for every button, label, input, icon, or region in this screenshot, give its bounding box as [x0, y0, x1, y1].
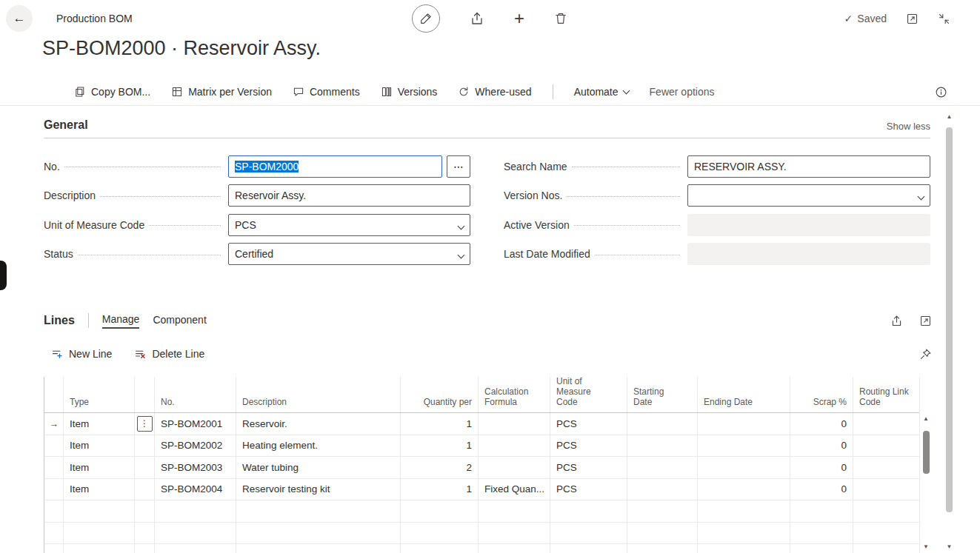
cell-routing-link-code[interactable]: [853, 413, 920, 435]
cell-empty[interactable]: [698, 500, 790, 522]
cell-routing-link-code[interactable]: [853, 479, 920, 500]
cell-uom[interactable]: PCS: [550, 435, 627, 457]
scroll-up-icon[interactable]: ▲: [944, 111, 955, 123]
cell-empty[interactable]: [790, 544, 853, 553]
cell-empty[interactable]: [698, 523, 790, 544]
search-name-input[interactable]: RESERVOIR ASSY.: [687, 155, 930, 178]
cell-no[interactable]: SP-BOM2002: [155, 435, 236, 457]
cell-empty[interactable]: [853, 523, 920, 544]
info-button[interactable]: [935, 86, 947, 98]
cell-uom[interactable]: PCS: [550, 479, 627, 500]
cell-empty[interactable]: [550, 500, 627, 522]
page-scrollbar[interactable]: ▲ ▼: [944, 111, 955, 553]
cell-empty[interactable]: [401, 500, 479, 522]
action-automate[interactable]: Automate: [574, 86, 629, 98]
pin-button[interactable]: [919, 348, 932, 361]
lines-share-button[interactable]: [890, 315, 903, 327]
action-comments[interactable]: Comments: [293, 86, 360, 98]
cell-empty[interactable]: [627, 500, 698, 522]
cell-quantity-per[interactable]: 1: [401, 479, 479, 500]
edit-button[interactable]: [412, 4, 440, 33]
new-record-button[interactable]: +: [514, 11, 524, 26]
general-heading[interactable]: General: [44, 118, 88, 132]
cell-empty[interactable]: [401, 523, 479, 544]
cell-uom[interactable]: PCS: [550, 457, 627, 478]
left-edge-tab[interactable]: [0, 261, 7, 290]
cell-empty[interactable]: [236, 500, 401, 522]
page-scrollbar-thumb[interactable]: [946, 127, 953, 512]
cell-type[interactable]: Item: [64, 435, 135, 457]
cell-scrap-pct[interactable]: 0: [790, 479, 853, 500]
cell-scrap-pct[interactable]: 0: [790, 413, 853, 435]
cell-empty[interactable]: [853, 544, 920, 553]
cell-scrap-pct[interactable]: 0: [790, 435, 853, 457]
action-matrix-per-version[interactable]: Matrix per Version: [171, 86, 272, 98]
cell-description[interactable]: Reservoir testing kit: [236, 479, 401, 500]
cell-empty[interactable]: [64, 523, 135, 544]
description-input[interactable]: Reservoir Assy.: [228, 184, 470, 207]
cell-starting-date[interactable]: [627, 435, 698, 457]
row-menu-button[interactable]: ⋮: [137, 416, 153, 432]
status-select[interactable]: Certified: [228, 243, 470, 265]
cell-empty[interactable]: [479, 500, 550, 522]
version-nos-select[interactable]: [687, 184, 930, 207]
show-less-link[interactable]: Show less: [887, 121, 930, 132]
cell-quantity-per[interactable]: 1: [401, 413, 479, 435]
cell-empty[interactable]: [479, 523, 550, 544]
cell-uom[interactable]: PCS: [550, 413, 627, 435]
cell-calculation-formula[interactable]: [479, 457, 550, 478]
header-description[interactable]: Description: [236, 377, 401, 412]
no-input[interactable]: SP-BOM2000: [228, 155, 442, 178]
cell-empty[interactable]: [479, 544, 550, 553]
cell-empty[interactable]: [155, 544, 236, 553]
cell-description[interactable]: Heating element.: [236, 435, 401, 457]
cell-ending-date[interactable]: [698, 435, 790, 457]
popout-button[interactable]: [906, 13, 919, 25]
scroll-down-icon[interactable]: ▼: [923, 541, 929, 553]
assist-edit-button[interactable]: ⋯: [447, 155, 470, 178]
action-fewer-options[interactable]: Fewer options: [650, 86, 715, 98]
scroll-up-icon[interactable]: ▲: [923, 413, 929, 425]
cell-type[interactable]: Item: [64, 479, 135, 500]
cell-scrap-pct[interactable]: 0: [790, 457, 853, 478]
cell-quantity-per[interactable]: 2: [401, 457, 479, 478]
lines-open-in-new-button[interactable]: [919, 315, 932, 327]
cell-empty[interactable]: [401, 544, 479, 553]
cell-calculation-formula[interactable]: Fixed Quan...: [479, 479, 550, 500]
cell-description[interactable]: Reservoir.: [236, 413, 401, 435]
cell-empty[interactable]: [853, 500, 920, 522]
tab-manage[interactable]: Manage: [102, 313, 140, 329]
action-versions[interactable]: Versions: [381, 86, 438, 98]
cell-calculation-formula[interactable]: [479, 435, 550, 457]
cell-ending-date[interactable]: [698, 479, 790, 500]
cell-empty[interactable]: [236, 523, 401, 544]
cell-empty[interactable]: [698, 544, 790, 553]
back-button[interactable]: ←: [6, 5, 33, 32]
scroll-down-icon[interactable]: ▼: [944, 541, 955, 553]
lines-heading[interactable]: Lines: [44, 314, 75, 327]
delete-record-button[interactable]: [554, 12, 567, 25]
cell-empty[interactable]: [64, 500, 135, 522]
cell-empty[interactable]: [155, 523, 236, 544]
header-no[interactable]: No.: [155, 377, 236, 412]
cell-quantity-per[interactable]: 1: [401, 435, 479, 457]
cell-empty[interactable]: [790, 523, 853, 544]
cell-starting-date[interactable]: [627, 457, 698, 478]
cell-empty[interactable]: [155, 500, 236, 522]
cell-type[interactable]: Item: [64, 457, 135, 478]
cell-empty[interactable]: [627, 544, 698, 553]
cell-no[interactable]: SP-BOM2003: [155, 457, 236, 478]
header-ending-date[interactable]: Ending Date: [698, 377, 790, 412]
tab-component[interactable]: Component: [153, 314, 206, 328]
cell-calculation-formula[interactable]: [479, 413, 550, 435]
cell-routing-link-code[interactable]: [853, 435, 920, 457]
cell-no[interactable]: SP-BOM2004: [155, 479, 236, 500]
header-calculation-formula[interactable]: Calculation Formula: [479, 377, 550, 412]
action-where-used[interactable]: Where-used: [458, 86, 531, 98]
share-button[interactable]: [470, 11, 484, 26]
cell-description[interactable]: Water tubing: [236, 457, 401, 478]
header-routing-link-code[interactable]: Routing Link Code: [853, 377, 920, 412]
new-line-button[interactable]: New Line: [51, 348, 112, 361]
cell-ending-date[interactable]: [698, 457, 790, 478]
cell-starting-date[interactable]: [627, 413, 698, 435]
